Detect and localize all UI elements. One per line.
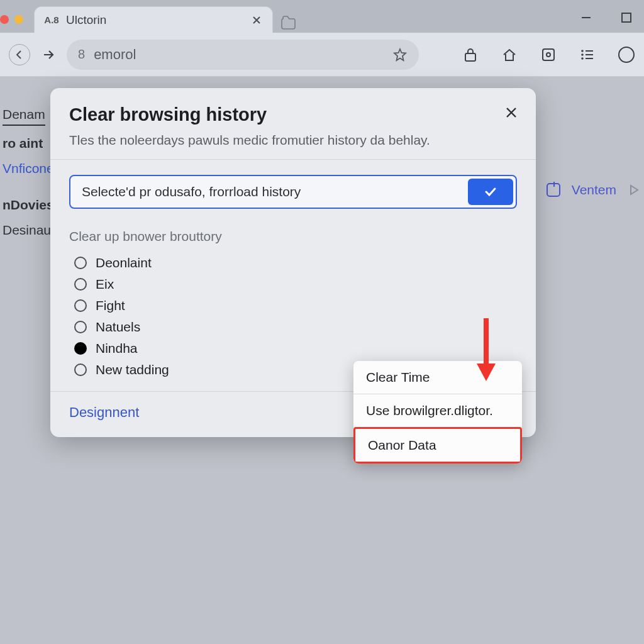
tab-title: Ulctorin xyxy=(66,13,106,27)
browser-tab[interactable]: A.8 Ulctorin xyxy=(34,6,273,33)
svg-point-3 xyxy=(547,53,550,57)
bookmark-star-icon[interactable] xyxy=(392,47,408,62)
lock-icon[interactable] xyxy=(462,46,479,64)
page-right-actions: Ventem xyxy=(547,182,640,197)
radio-option-natuels[interactable]: Natuels xyxy=(74,319,517,335)
radio-icon xyxy=(74,342,87,355)
radio-label: Eix xyxy=(96,277,114,292)
address-bar[interactable]: 8 emorol xyxy=(67,40,419,70)
window-buttons xyxy=(577,9,635,26)
list-icon[interactable] xyxy=(579,46,596,64)
radio-icon xyxy=(74,257,87,269)
extension-icon[interactable] xyxy=(540,46,557,64)
radio-option-eix[interactable]: Eix xyxy=(74,277,517,292)
dialog-title: Clear browsing history xyxy=(69,104,517,125)
toolbar-actions xyxy=(462,46,635,64)
radio-option-nindha[interactable]: Nindha xyxy=(74,341,517,356)
window-maximize-button[interactable] xyxy=(618,9,635,26)
dialog-header: Clear browsing history Tles the noleerda… xyxy=(50,88,536,159)
new-tab-button[interactable] xyxy=(278,11,299,33)
select-value: Selecte'd pr odusafo, frorrload history xyxy=(70,176,465,208)
window-traffic-lights xyxy=(0,15,23,24)
address-text: emorol xyxy=(94,47,384,63)
svg-rect-0 xyxy=(622,13,631,22)
designnent-link[interactable]: Designnent xyxy=(69,404,139,420)
radio-label: Deonlaint xyxy=(96,255,152,270)
browser-toolbar: 8 emorol xyxy=(0,33,644,77)
ventem-link[interactable]: Ventem xyxy=(572,182,616,197)
tab-favicon: A.8 xyxy=(46,14,57,26)
tab-strip: A.8 Ulctorin xyxy=(34,3,644,33)
window-close-dot[interactable] xyxy=(0,15,9,24)
site-icon: 8 xyxy=(78,47,85,62)
radio-option-fight[interactable]: Fight xyxy=(74,298,517,313)
window-minimize-button[interactable] xyxy=(577,9,595,26)
svg-point-6 xyxy=(581,57,584,60)
svg-rect-1 xyxy=(465,53,475,61)
home-icon[interactable] xyxy=(501,46,518,64)
nav-forward-button[interactable] xyxy=(39,45,58,64)
radio-icon xyxy=(74,364,87,376)
radio-icon xyxy=(74,278,87,291)
menu-item-use-browilgrer[interactable]: Use browilgrer.dligtor. xyxy=(353,394,522,427)
chat-icon[interactable] xyxy=(547,183,560,197)
svg-point-7 xyxy=(619,47,634,62)
radio-label: Nindha xyxy=(96,341,138,356)
radio-label: New tadding xyxy=(96,362,169,377)
section-label: Clear up bnower brouttory xyxy=(69,229,517,244)
dialog-body: Selecte'd pr odusafo, frorrload history … xyxy=(50,160,536,391)
history-select-dropdown[interactable]: Selecte'd pr odusafo, frorrload history xyxy=(69,175,517,209)
play-icon[interactable] xyxy=(628,184,640,196)
dialog-subtitle: Tles the noleerdays pawuls medic fromuti… xyxy=(69,133,517,148)
profile-icon[interactable] xyxy=(618,46,635,64)
svg-rect-2 xyxy=(543,49,554,60)
window-minimize-dot[interactable] xyxy=(14,15,23,24)
svg-point-4 xyxy=(581,50,584,52)
radio-icon xyxy=(74,299,87,312)
radio-list: Deonlaint Eix Fight Natuels Nindha New t… xyxy=(69,255,517,377)
menu-item-oanor-data[interactable]: Oanor Data xyxy=(353,427,522,464)
dialog-close-button[interactable] xyxy=(502,103,521,122)
svg-point-5 xyxy=(581,53,584,56)
radio-label: Natuels xyxy=(96,319,140,335)
radio-icon xyxy=(74,321,87,333)
bg-link[interactable]: Vnficone xyxy=(3,161,54,175)
select-confirm-button[interactable] xyxy=(468,179,513,205)
radio-option-deonlaint[interactable]: Deonlaint xyxy=(74,255,517,270)
bg-nav-item[interactable]: Denam xyxy=(3,107,45,126)
red-arrow-annotation xyxy=(470,313,502,389)
tab-close-icon[interactable] xyxy=(250,13,264,27)
nav-back-button[interactable] xyxy=(9,44,30,65)
radio-label: Fight xyxy=(96,298,125,313)
